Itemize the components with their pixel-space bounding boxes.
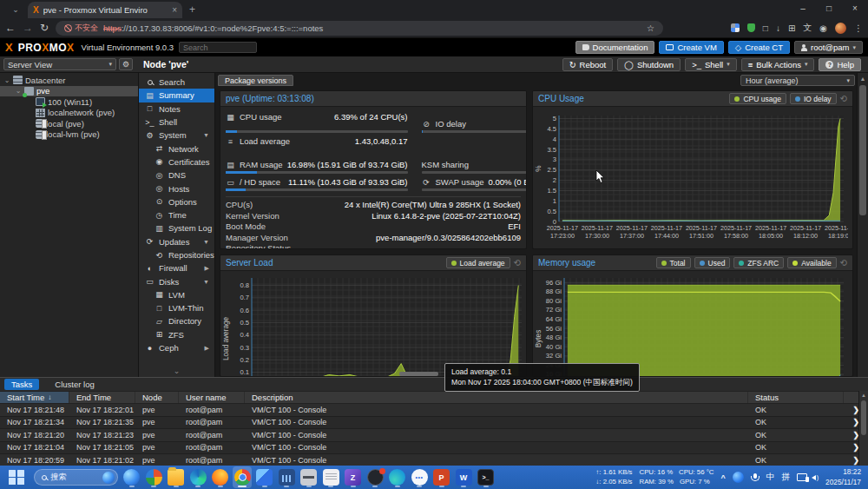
legend-available[interactable]: Available: [787, 257, 836, 268]
qr-icon[interactable]: ⊞: [788, 23, 795, 33]
taskbar-app-terminal[interactable]: >_: [477, 466, 496, 488]
sidebar-item-notes[interactable]: □Notes: [139, 102, 214, 116]
sidebar-item-lvm[interactable]: ▦LVM: [139, 288, 214, 301]
browser-tab[interactable]: X pve - Proxmox Virtual Enviro ×: [28, 2, 182, 18]
taskbar-app-file-explorer[interactable]: [167, 466, 186, 488]
legend-zfs-arc[interactable]: ZFS ARC: [733, 257, 784, 268]
table-row[interactable]: Nov 17 18:21:34Nov 17 18:21:35pveroot@pa…: [0, 417, 868, 430]
taskbar-app-powertoys[interactable]: Z: [344, 466, 363, 488]
tree-item-datacenter[interactable]: ⌄Datacenter: [0, 75, 138, 86]
sidebar-item-directory[interactable]: ▱Directory: [139, 314, 214, 327]
display-icon[interactable]: [797, 473, 807, 481]
help-button[interactable]: ?Help: [819, 58, 861, 71]
bookmark-star-icon[interactable]: ☆: [647, 23, 654, 33]
sidebar-item-ceph[interactable]: ●Ceph▶: [139, 341, 214, 354]
shell-button[interactable]: >_Shell▾: [685, 58, 736, 71]
forward-icon[interactable]: →: [23, 22, 33, 34]
period-select[interactable]: Hour (average)▾: [740, 75, 855, 86]
sidebar-item-system[interactable]: ⚙System▼: [139, 129, 214, 142]
shutdown-button[interactable]: ◯Shutdown: [617, 58, 681, 71]
column-header-end-time[interactable]: End Time: [69, 392, 135, 403]
create-ct-button[interactable]: ◇Create CT: [728, 41, 790, 54]
reboot-button[interactable]: ↻Reboot: [562, 58, 614, 71]
column-header-node[interactable]: Node: [135, 392, 179, 403]
tree-item-100-win11[interactable]: 100 (Win11): [0, 96, 138, 108]
sidebar-item-system-log[interactable]: ▥System Log: [139, 221, 214, 235]
tray-app-icon[interactable]: [733, 472, 744, 483]
download-icon[interactable]: ↓: [776, 23, 780, 33]
sidebar-item-search[interactable]: Search: [139, 76, 214, 89]
sidebar-item-options[interactable]: ⊙Options: [139, 195, 214, 208]
tab-cluster-log[interactable]: Cluster log: [48, 379, 101, 390]
taskbar-app-messenger[interactable]: •••: [410, 466, 429, 488]
taskbar-app-powerpoint[interactable]: P: [432, 466, 451, 488]
sidebar-item-lvm-thin[interactable]: □LVM-Thin: [139, 301, 214, 314]
menu-collapse-icon[interactable]: ⌄: [139, 367, 214, 377]
microphone-icon[interactable]: [753, 473, 758, 481]
reset-zoom-icon[interactable]: ⟲: [840, 258, 847, 268]
copilot-icon[interactable]: [102, 472, 115, 484]
taskbar-app-monitor-app[interactable]: [277, 466, 296, 488]
taskbar-app-photos[interactable]: [255, 466, 274, 488]
tab-close-icon[interactable]: ×: [172, 5, 177, 15]
sidebar-item-certificates[interactable]: ◉Certificates: [139, 155, 214, 169]
taskbar-app-printer[interactable]: [299, 466, 319, 488]
legend-used[interactable]: Used: [694, 257, 731, 268]
taskbar-app-recorder[interactable]: [365, 466, 385, 488]
scrollbar-thumb[interactable]: [859, 85, 866, 215]
ime-language-indicator[interactable]: 中: [766, 472, 775, 483]
taskbar-app-clipchamp[interactable]: [388, 466, 407, 488]
taskbar-app-word[interactable]: W: [454, 466, 473, 488]
column-header-start-time[interactable]: Start Time↓: [0, 392, 69, 403]
tray-expand-icon[interactable]: ^: [720, 473, 725, 482]
tree-item-pve[interactable]: ⌄pve: [0, 86, 138, 97]
tab-tasks[interactable]: Tasks: [4, 379, 39, 390]
table-row[interactable]: Nov 17 18:21:20Nov 17 18:21:23pveroot@pa…: [0, 429, 868, 442]
documentation-button[interactable]: Documentation: [575, 41, 655, 54]
sidebar-item-zfs[interactable]: ⊞ZFS: [139, 328, 214, 341]
taskbar-clock[interactable]: 18:22 2025/11/17: [825, 467, 861, 486]
sidebar-item-network[interactable]: ⇄Network: [139, 142, 214, 155]
taskbar-app-copilot[interactable]: [122, 466, 141, 488]
extension-icon[interactable]: [731, 23, 740, 32]
browser-menu-icon[interactable]: ⋮: [854, 23, 863, 33]
bulk-actions-button[interactable]: ≡Bulk Actions▾: [741, 58, 815, 71]
ime-mode-indicator[interactable]: 拼: [781, 472, 790, 483]
reset-zoom-icon[interactable]: ⟲: [840, 94, 847, 103]
translate-icon[interactable]: 文: [803, 22, 812, 34]
horizontal-scrollbar-thumb[interactable]: [399, 372, 438, 376]
taskbar-app-chrome[interactable]: [233, 466, 252, 488]
sidebar-item-shell[interactable]: >_Shell: [139, 116, 214, 129]
scroll-up-icon[interactable]: ▲: [859, 391, 868, 400]
legend-io-delay[interactable]: IO delay: [790, 93, 837, 104]
sidebar-item-updates[interactable]: ⟳Updates▼: [139, 235, 214, 248]
view-selector[interactable]: Server View▾: [3, 58, 116, 70]
sidebar-item-firewall[interactable]: ◐Firewall▶: [139, 261, 214, 274]
reader-icon[interactable]: ◉: [819, 23, 827, 33]
column-header-user-name[interactable]: User name: [179, 392, 245, 403]
header-search-input[interactable]: [179, 42, 257, 53]
not-secure-badge[interactable]: 不安全: [64, 23, 98, 34]
sidebar-item-hosts[interactable]: ◎Hosts: [139, 182, 214, 195]
package-versions-button[interactable]: Package versions: [218, 75, 293, 86]
sidebar-item-summary[interactable]: ▤Summary: [139, 89, 214, 102]
column-header-status[interactable]: Status: [748, 392, 844, 403]
tab-group-icon[interactable]: □: [763, 23, 768, 33]
tasks-scrollbar[interactable]: ▲: [858, 391, 868, 466]
profile-avatar[interactable]: [835, 23, 846, 34]
sidebar-item-repositories[interactable]: ⟲Repositories: [139, 248, 214, 261]
table-row[interactable]: Nov 17 18:21:48Nov 17 18:22:01pveroot@pa…: [0, 404, 868, 417]
adblock-shield-icon[interactable]: [747, 23, 755, 32]
column-header-description[interactable]: Description: [245, 392, 748, 403]
view-gear-button[interactable]: ⚙: [119, 58, 133, 70]
scroll-up-icon[interactable]: ▲: [858, 73, 868, 83]
tree-item-local-lvm-pve[interactable]: local-lvm (pve): [0, 129, 138, 141]
sidebar-item-dns[interactable]: ◎DNS: [139, 169, 214, 182]
taskbar-search[interactable]: 搜索: [34, 469, 118, 486]
address-bar[interactable]: 不安全 https://10.17.30.83:8006/#v1:0:=node…: [56, 21, 663, 36]
user-menu-button[interactable]: root@pam▾: [794, 41, 863, 54]
reset-zoom-icon[interactable]: ⟲: [514, 258, 521, 268]
reload-icon[interactable]: ↻: [40, 22, 49, 34]
content-scrollbar[interactable]: ▲: [857, 73, 868, 377]
legend-cpu-usage[interactable]: CPU usage: [729, 93, 786, 104]
